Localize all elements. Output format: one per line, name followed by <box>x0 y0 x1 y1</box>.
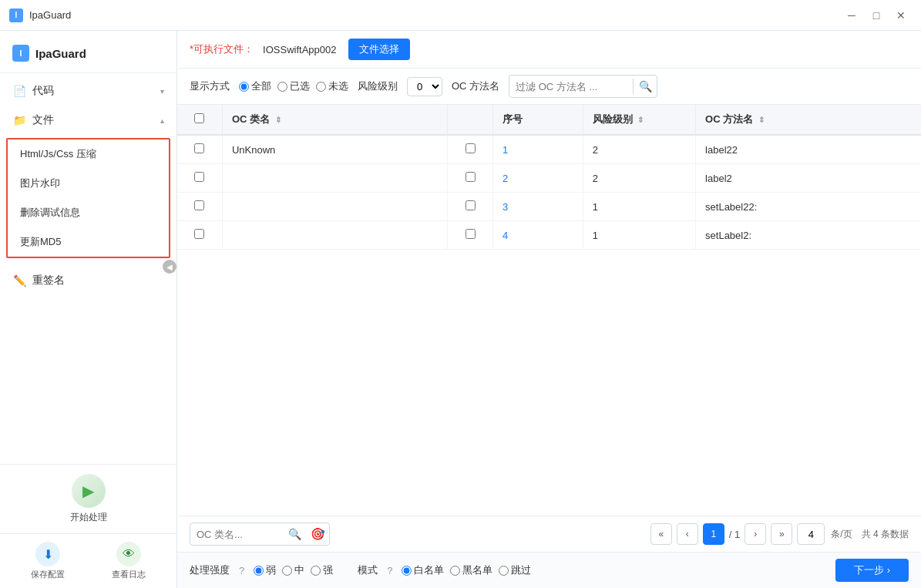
image-watermark-label: 图片水印 <box>20 176 60 190</box>
last-page-button[interactable]: » <box>771 523 792 545</box>
view-log-button[interactable]: 👁 查看日志 <box>112 542 146 580</box>
target-icon-btn[interactable]: 🎯 <box>306 523 329 545</box>
mode-radio-group: 白名单 黑名单 跳过 <box>402 563 531 577</box>
oc-method-sort-icon[interactable]: ⇕ <box>758 116 765 124</box>
close-button[interactable]: ✕ <box>890 5 912 26</box>
total-data-label: 共 4 条数据 <box>862 528 909 541</box>
oc-method-search-input[interactable] <box>509 78 633 96</box>
sidebar-item-file[interactable]: 📁 文件 ▴ <box>0 106 176 135</box>
table-row: UnKnown 1 2 label22 <box>177 135 921 164</box>
radio-selected-input[interactable] <box>277 82 287 92</box>
row-seq-checkbox[interactable] <box>466 229 476 239</box>
row-class-cell <box>222 193 447 221</box>
radio-skip-input[interactable] <box>499 566 509 576</box>
oc-class-search-btn[interactable]: 🔍 <box>283 523 306 545</box>
sidebar-item-image-watermark[interactable]: 图片水印 <box>8 169 169 198</box>
collapse-toggle[interactable]: ◀ <box>163 260 176 274</box>
row-risk-cell: 1 <box>583 221 695 250</box>
sidebar-nav: I IpaGuard 📄 代码 ▾ 📁 文件 ▴ Html/Js/Css 压缩 <box>0 31 176 464</box>
sidebar-item-delete-debug[interactable]: 删除调试信息 <box>8 198 169 227</box>
row-checkbox[interactable] <box>194 143 204 153</box>
row-checkbox[interactable] <box>194 229 204 239</box>
row-seq-cell: 4 <box>492 221 583 250</box>
radio-unselected-input[interactable] <box>316 82 326 92</box>
delete-debug-label: 删除调试信息 <box>20 206 80 220</box>
row-checkbox-cell <box>177 193 222 221</box>
prev-page-button[interactable]: ‹ <box>677 523 698 545</box>
risk-sort-icon[interactable]: ⇕ <box>637 116 644 124</box>
sidebar: I IpaGuard 📄 代码 ▾ 📁 文件 ▴ Html/Js/Css 压缩 <box>0 31 177 588</box>
oc-search-button[interactable]: 🔍 <box>634 76 657 97</box>
per-page-input[interactable] <box>797 523 825 545</box>
process-strength-help-icon[interactable]: ? <box>239 565 244 576</box>
options-bar: 处理强度 ? 弱 中 强 模式 ? <box>177 552 921 588</box>
table-header-row: OC 类名 ⇕ 序号 风险级别 ⇕ OC 方法名 ⇕ <box>177 105 921 135</box>
per-page-unit: 条/页 <box>831 528 852 541</box>
sidebar-item-code[interactable]: 📄 代码 ▾ <box>0 76 176 106</box>
row-seq-checkbox[interactable] <box>466 200 476 210</box>
row-class-cell <box>222 164 447 193</box>
radio-blacklist[interactable]: 黑名单 <box>450 563 492 577</box>
radio-skip[interactable]: 跳过 <box>499 563 531 577</box>
row-method-cell: label22 <box>696 135 921 164</box>
pagination: « ‹ 1 / 1 › » 条/页 共 4 条数据 <box>650 523 909 545</box>
brand-name: IpaGuard <box>35 47 86 60</box>
row-seq-checkbox-cell <box>448 164 492 193</box>
file-select-button[interactable]: 文件选择 <box>348 39 410 60</box>
html-compress-label: Html/Js/Css 压缩 <box>20 147 96 161</box>
code-icon: 📄 <box>12 84 26 98</box>
sidebar-brand: I IpaGuard <box>0 37 176 73</box>
log-icon: 👁 <box>116 542 141 566</box>
radio-whitelist[interactable]: 白名单 <box>402 563 444 577</box>
risk-level-label: 风险级别 <box>358 79 398 93</box>
select-all-checkbox[interactable] <box>194 113 204 123</box>
oc-class-search-input[interactable] <box>190 526 283 543</box>
sidebar-item-resign[interactable]: ✏️ 重签名 <box>0 266 176 295</box>
radio-blacklist-input[interactable] <box>450 566 460 576</box>
row-seq-checkbox[interactable] <box>466 143 476 153</box>
strength-radio-group: 弱 中 强 <box>254 563 333 577</box>
oc-class-sort-icon[interactable]: ⇕ <box>275 116 281 124</box>
radio-strong-input[interactable] <box>311 566 321 576</box>
minimize-button[interactable]: ─ <box>841 5 862 26</box>
row-method-cell: setLabel2: <box>696 221 921 250</box>
row-checkbox-cell <box>177 135 222 164</box>
th-oc-method: OC 方法名 ⇕ <box>696 105 921 135</box>
maximize-button[interactable]: □ <box>866 5 887 26</box>
sidebar-item-html-compress[interactable]: Html/Js/Css 压缩 <box>8 139 169 169</box>
radio-all[interactable]: 全部 <box>239 79 271 93</box>
code-arrow: ▾ <box>160 87 164 96</box>
display-mode-radio-group: 全部 已选 未选 <box>239 79 348 93</box>
row-checkbox[interactable] <box>194 200 204 210</box>
next-page-button[interactable]: › <box>745 523 766 545</box>
radio-strong[interactable]: 强 <box>311 563 333 577</box>
radio-medium-input[interactable] <box>282 566 292 576</box>
risk-level-select[interactable]: 0123 <box>407 77 442 96</box>
oc-methods-table: OC 类名 ⇕ 序号 风险级别 ⇕ OC 方法名 ⇕ <box>177 105 921 250</box>
radio-weak[interactable]: 弱 <box>254 563 276 577</box>
radio-unselected[interactable]: 未选 <box>316 79 348 93</box>
start-circle: ▶ <box>72 474 106 508</box>
row-method-cell: setLabel22: <box>696 193 921 221</box>
next-step-button[interactable]: 下一步 › <box>835 559 909 582</box>
save-icon: ⬇ <box>35 542 60 566</box>
radio-medium[interactable]: 中 <box>282 563 304 577</box>
row-risk-cell: 2 <box>583 164 695 193</box>
th-checkbox <box>177 105 222 135</box>
save-config-button[interactable]: ⬇ 保存配置 <box>31 542 65 580</box>
start-process-button[interactable]: ▶ 开始处理 <box>0 464 176 533</box>
table-row: 3 1 setLabel22: <box>177 193 921 221</box>
radio-whitelist-input[interactable] <box>402 566 412 576</box>
mode-help-icon[interactable]: ? <box>387 565 392 576</box>
row-checkbox[interactable] <box>194 172 204 182</box>
sidebar-item-update-md5[interactable]: 更新MD5 <box>8 227 169 257</box>
row-checkbox-cell <box>177 221 222 250</box>
current-page-button[interactable]: 1 <box>703 523 724 545</box>
row-seq-checkbox[interactable] <box>466 172 476 182</box>
radio-weak-input[interactable] <box>254 566 264 576</box>
radio-selected[interactable]: 已选 <box>277 79 310 93</box>
radio-all-input[interactable] <box>239 82 249 92</box>
first-page-button[interactable]: « <box>650 523 672 545</box>
toolbar: *可执行文件： IOSSwiftApp002 文件选择 <box>177 31 921 69</box>
table-row: 4 1 setLabel2: <box>177 221 921 250</box>
